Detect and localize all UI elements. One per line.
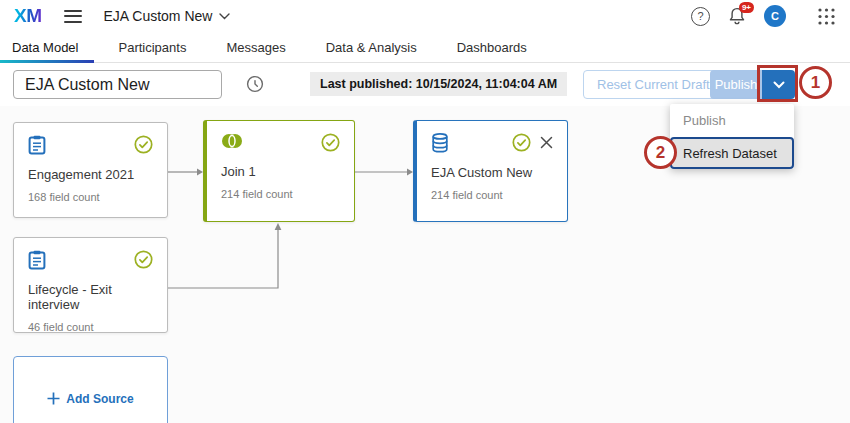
notification-badge: 9+ bbox=[739, 2, 754, 13]
status-check-icon bbox=[134, 250, 153, 269]
node-field-count: 46 field count bbox=[28, 321, 153, 333]
help-icon[interactable]: ? bbox=[691, 7, 710, 26]
topbar-actions: ? 9+ C bbox=[691, 5, 836, 27]
node-eja-custom-new[interactable]: EJA Custom New 214 field count bbox=[413, 120, 568, 222]
tab-data-model[interactable]: Data Model bbox=[12, 32, 78, 62]
menu-item-publish[interactable]: Publish bbox=[670, 104, 794, 137]
close-icon[interactable] bbox=[540, 136, 553, 149]
menu-item-refresh-dataset[interactable]: Refresh Dataset bbox=[670, 137, 794, 169]
publish-split-button: Publish bbox=[710, 70, 795, 99]
tab-messages[interactable]: Messages bbox=[226, 32, 285, 62]
dataset-icon bbox=[431, 133, 449, 153]
dataset-toolbar: Last published: 10/15/2024, 11:04:04 AM … bbox=[0, 63, 850, 106]
project-name: EJA Custom New bbox=[104, 8, 213, 24]
join-icon bbox=[221, 133, 243, 149]
survey-icon bbox=[28, 250, 46, 270]
status-check-icon bbox=[134, 135, 153, 154]
publish-dropdown-toggle[interactable] bbox=[762, 70, 795, 99]
node-join-1[interactable]: Join 1 214 field count bbox=[203, 120, 355, 222]
publish-button[interactable]: Publish bbox=[710, 70, 762, 99]
node-title: Engagement 2021 bbox=[28, 167, 153, 182]
node-title: Lifecycle - Exit interview bbox=[28, 282, 153, 312]
node-field-count: 214 field count bbox=[221, 188, 340, 200]
user-avatar[interactable]: C bbox=[764, 5, 786, 27]
node-title: EJA Custom New bbox=[431, 165, 553, 180]
add-source-button[interactable]: Add Source bbox=[13, 356, 168, 423]
hamburger-menu-icon[interactable] bbox=[64, 6, 82, 26]
tab-participants[interactable]: Participants bbox=[118, 32, 186, 62]
project-switcher[interactable]: EJA Custom New bbox=[104, 8, 231, 24]
status-check-icon bbox=[512, 133, 531, 152]
node-engagement-2021[interactable]: Engagement 2021 168 field count bbox=[13, 122, 168, 218]
dataset-name-input[interactable] bbox=[13, 70, 222, 99]
app-window: XM EJA Custom New ? 9+ C Data Mod bbox=[0, 0, 850, 423]
chevron-down-icon bbox=[219, 13, 230, 20]
version-history-icon[interactable] bbox=[246, 75, 264, 93]
last-published-label: Last published: 10/15/2024, 11:04:04 AM bbox=[310, 72, 567, 96]
status-check-icon bbox=[321, 133, 340, 152]
node-lifecycle-exit-interview[interactable]: Lifecycle - Exit interview 46 field coun… bbox=[13, 237, 168, 333]
node-title: Join 1 bbox=[221, 164, 340, 179]
survey-icon bbox=[28, 135, 46, 155]
node-field-count: 168 field count bbox=[28, 191, 153, 203]
tab-data-analysis[interactable]: Data & Analysis bbox=[326, 32, 417, 62]
reset-current-draft-button[interactable]: Reset Current Draft bbox=[583, 70, 724, 99]
publish-dropdown-menu: Publish Refresh Dataset bbox=[670, 104, 794, 169]
nav-tab-bar: Data Model Participants Messages Data & … bbox=[0, 32, 850, 63]
tab-dashboards[interactable]: Dashboards bbox=[457, 32, 527, 62]
notifications-button[interactable]: 9+ bbox=[727, 6, 747, 26]
plus-icon bbox=[47, 392, 60, 405]
xm-logo: XM bbox=[14, 5, 42, 27]
top-bar: XM EJA Custom New ? 9+ C bbox=[0, 0, 850, 32]
chevron-down-icon bbox=[773, 81, 785, 89]
app-grid-icon[interactable] bbox=[817, 7, 836, 26]
node-field-count: 214 field count bbox=[431, 189, 553, 201]
add-source-label: Add Source bbox=[66, 392, 133, 406]
